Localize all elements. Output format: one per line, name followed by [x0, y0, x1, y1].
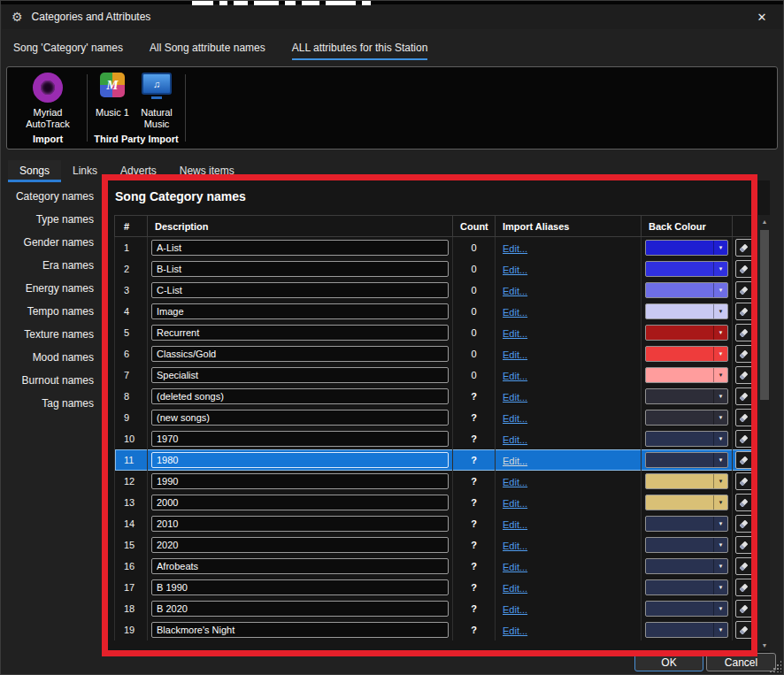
clear-colour-button[interactable] [735, 409, 753, 426]
edit-aliases-link[interactable]: Edit... [503, 583, 527, 594]
cancel-button[interactable]: Cancel [706, 653, 776, 671]
clear-colour-button[interactable] [735, 303, 753, 320]
scrollbar-thumb[interactable] [760, 230, 769, 400]
sidebar-item-gender-names[interactable]: Gender names [1, 231, 102, 254]
clear-colour-button[interactable] [735, 366, 753, 384]
description-input[interactable] [151, 622, 449, 638]
ribbon-tab-all-song-attribute-names[interactable]: All Song attribute names [150, 42, 265, 60]
description-input[interactable] [151, 388, 449, 404]
back-colour-dropdown[interactable]: ▼ [645, 240, 728, 256]
table-row[interactable]: 13?Edit...▼ [114, 492, 755, 513]
scroll-up-icon[interactable]: ▲ [759, 215, 770, 227]
clear-colour-button[interactable] [735, 387, 753, 405]
clear-colour-button[interactable] [735, 239, 753, 257]
edit-aliases-link[interactable]: Edit... [503, 349, 527, 360]
table-row[interactable]: 70Edit...▼ [114, 364, 755, 386]
clear-colour-button[interactable] [735, 472, 753, 490]
back-colour-dropdown[interactable]: ▼ [645, 282, 728, 298]
clear-colour-button[interactable] [735, 451, 753, 469]
back-colour-dropdown[interactable]: ▼ [645, 431, 728, 447]
table-row[interactable]: 19?Edit...▼ [114, 619, 755, 640]
clear-colour-button[interactable] [735, 557, 753, 575]
back-colour-dropdown[interactable]: ▼ [645, 410, 728, 426]
table-row[interactable]: 10Edit...▼ [114, 237, 755, 258]
close-button[interactable]: ✕ [747, 4, 777, 29]
description-input[interactable] [151, 303, 449, 319]
edit-aliases-link[interactable]: Edit... [503, 392, 527, 403]
table-row[interactable]: 60Edit...▼ [114, 343, 755, 364]
sidebar-item-mood-names[interactable]: Mood names [1, 346, 102, 369]
edit-aliases-link[interactable]: Edit... [503, 371, 527, 381]
table-row[interactable]: 20Edit...▼ [114, 258, 755, 280]
sidebar-item-texture-names[interactable]: Texture names [1, 323, 102, 346]
tab-news-items[interactable]: News items [168, 160, 246, 182]
description-input[interactable] [151, 452, 449, 468]
clear-colour-button[interactable] [735, 494, 753, 511]
natural-music-button[interactable]: ♫ Natural Music [133, 73, 181, 130]
table-row[interactable]: 10?Edit...▼ [114, 428, 755, 449]
edit-aliases-link[interactable]: Edit... [503, 604, 527, 615]
table-row[interactable]: 30Edit...▼ [114, 280, 755, 301]
edit-aliases-link[interactable]: Edit... [503, 328, 527, 339]
sidebar-item-tempo-names[interactable]: Tempo names [1, 300, 102, 323]
back-colour-dropdown[interactable]: ▼ [645, 367, 728, 383]
clear-colour-button[interactable] [735, 536, 753, 554]
tab-adverts[interactable]: Adverts [109, 160, 168, 182]
ok-button[interactable]: OK [634, 653, 703, 671]
edit-aliases-link[interactable]: Edit... [503, 434, 527, 445]
description-input[interactable] [151, 558, 449, 574]
clear-colour-button[interactable] [735, 324, 753, 341]
scroll-down-icon[interactable]: ▼ [759, 639, 770, 651]
table-row[interactable]: 50Edit...▼ [114, 322, 755, 343]
back-colour-dropdown[interactable]: ▼ [645, 346, 728, 362]
description-input[interactable] [151, 282, 449, 298]
table-row[interactable]: 17?Edit...▼ [114, 577, 755, 598]
back-colour-dropdown[interactable]: ▼ [645, 473, 728, 489]
back-colour-dropdown[interactable]: ▼ [645, 601, 728, 617]
sidebar-item-category-names[interactable]: Category names [1, 185, 102, 208]
music1-button[interactable]: M Music 1 [92, 73, 133, 130]
clear-colour-button[interactable] [735, 260, 753, 278]
description-input[interactable] [151, 240, 449, 256]
table-row[interactable]: 12?Edit...▼ [114, 471, 755, 492]
description-input[interactable] [151, 367, 449, 383]
clear-colour-button[interactable] [735, 621, 753, 639]
edit-aliases-link[interactable]: Edit... [503, 243, 527, 254]
clear-colour-button[interactable] [735, 579, 753, 596]
edit-aliases-link[interactable]: Edit... [503, 307, 527, 318]
back-colour-dropdown[interactable]: ▼ [645, 495, 728, 510]
clear-colour-button[interactable] [735, 430, 753, 448]
sidebar-item-era-names[interactable]: Era names [1, 254, 102, 277]
table-row[interactable]: 9?Edit...▼ [114, 407, 755, 428]
edit-aliases-link[interactable]: Edit... [503, 286, 527, 296]
description-input[interactable] [151, 579, 449, 595]
tab-songs[interactable]: Songs [8, 160, 61, 182]
edit-aliases-link[interactable]: Edit... [503, 562, 527, 572]
table-row[interactable]: 15?Edit...▼ [114, 534, 755, 556]
back-colour-dropdown[interactable]: ▼ [645, 558, 728, 574]
description-input[interactable] [151, 516, 449, 532]
description-input[interactable] [151, 410, 449, 426]
back-colour-dropdown[interactable]: ▼ [645, 325, 728, 341]
edit-aliases-link[interactable]: Edit... [503, 413, 527, 424]
edit-aliases-link[interactable]: Edit... [503, 265, 527, 275]
back-colour-dropdown[interactable]: ▼ [645, 303, 728, 319]
sidebar-item-burnout-names[interactable]: Burnout names [1, 369, 102, 392]
edit-aliases-link[interactable]: Edit... [503, 625, 527, 636]
clear-colour-button[interactable] [735, 345, 753, 363]
myriad-autotrack-button[interactable]: Myriad AutoTrack [19, 73, 76, 130]
back-colour-dropdown[interactable]: ▼ [645, 388, 728, 404]
table-row[interactable]: 40Edit...▼ [114, 301, 755, 322]
table-row[interactable]: 8?Edit...▼ [114, 386, 755, 407]
clear-colour-button[interactable] [735, 281, 753, 299]
description-input[interactable] [151, 346, 449, 362]
table-row[interactable]: 11?Edit...▼ [114, 449, 755, 471]
sidebar-item-energy-names[interactable]: Energy names [1, 277, 102, 300]
back-colour-dropdown[interactable]: ▼ [645, 537, 728, 553]
table-row[interactable]: 14?Edit...▼ [114, 513, 755, 534]
back-colour-dropdown[interactable]: ▼ [645, 452, 728, 468]
sidebar-item-tag-names[interactable]: Tag names [1, 392, 102, 415]
back-colour-dropdown[interactable]: ▼ [645, 579, 728, 595]
description-input[interactable] [151, 601, 449, 617]
description-input[interactable] [151, 537, 449, 553]
